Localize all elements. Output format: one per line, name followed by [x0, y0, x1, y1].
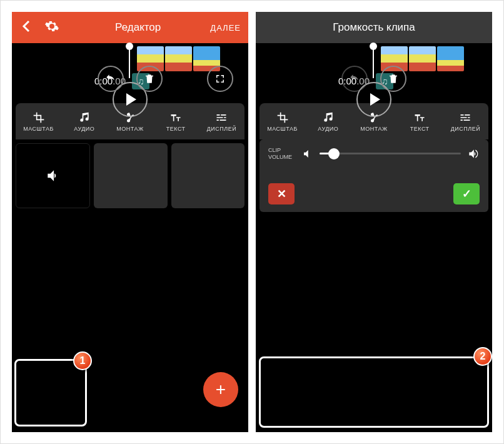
editor-screen: Редактор ДАЛЕЕ ♫ 0:00.00	[12, 12, 248, 432]
delete-button[interactable]	[380, 66, 406, 92]
volume-panel: CLIP VOLUME ✕ ✓	[260, 139, 488, 212]
fullscreen-button[interactable]	[207, 66, 233, 92]
callout-2	[259, 356, 489, 428]
header-bar: Громкость клипа	[256, 12, 492, 43]
add-button[interactable]: +	[203, 372, 238, 407]
volume-card[interactable]	[16, 143, 90, 208]
tab-label: МАСШТАБ	[267, 126, 298, 132]
volume-actions: ✕ ✓	[268, 183, 480, 204]
tab-label: МОНТАЖ	[360, 126, 388, 132]
speaker-high-icon	[467, 148, 480, 160]
undo-button[interactable]	[98, 66, 124, 92]
thumbnail[interactable]	[165, 46, 192, 71]
volume-slider[interactable]	[320, 153, 461, 154]
plus-icon: +	[216, 380, 226, 400]
volume-screen: Громкость клипа ♫ 0:00.00 МАСШТАБ	[256, 12, 492, 432]
volume-label: CLIP VOLUME	[268, 147, 296, 161]
volume-row: CLIP VOLUME	[268, 147, 480, 161]
next-button[interactable]: ДАЛЕЕ	[210, 23, 241, 33]
tab-display[interactable]: ДИСПЛЕЙ	[443, 103, 488, 139]
speaker-low-icon	[302, 148, 313, 159]
thumbnail[interactable]	[409, 46, 436, 71]
badge-1: 1	[73, 351, 92, 370]
settings-button[interactable]	[44, 19, 59, 37]
empty-card[interactable]	[171, 143, 244, 208]
check-icon: ✓	[462, 187, 471, 201]
delete-button[interactable]	[136, 66, 163, 92]
tab-crop[interactable]: МАСШТАБ	[16, 103, 61, 139]
tab-label: МАСШТАБ	[23, 126, 54, 132]
action-row	[98, 66, 163, 92]
tab-label: ДИСПЛЕЙ	[207, 126, 236, 132]
speaker-icon	[45, 168, 61, 184]
callout-1	[14, 359, 87, 426]
tab-audio[interactable]: АУДИО	[61, 103, 107, 139]
confirm-button[interactable]: ✓	[453, 183, 480, 204]
badge-2: 2	[473, 347, 492, 366]
tab-audio[interactable]: АУДИО	[305, 103, 351, 139]
tab-display[interactable]: ДИСПЛЕЙ	[199, 103, 244, 139]
cancel-button[interactable]: ✕	[268, 183, 295, 204]
action-row	[341, 66, 406, 92]
slider-knob[interactable]	[328, 148, 340, 159]
header-title: Громкость клипа	[333, 21, 415, 34]
empty-card[interactable]	[94, 143, 167, 208]
bottom-cards: +	[12, 139, 248, 212]
tab-label: ДИСПЛЕЙ	[451, 126, 480, 132]
close-icon: ✕	[277, 187, 286, 201]
tab-label: ТЕКСТ	[410, 126, 430, 132]
tab-label: МОНТАЖ	[116, 126, 144, 132]
tab-text[interactable]: ТЕКСТ	[153, 103, 199, 139]
thumbnail[interactable]	[437, 46, 464, 71]
back-button[interactable]	[19, 19, 34, 37]
tab-label: ТЕКСТ	[166, 126, 186, 132]
undo-button[interactable]	[341, 66, 368, 92]
tab-text[interactable]: ТЕКСТ	[397, 103, 443, 139]
tab-crop[interactable]: МАСШТАБ	[260, 103, 305, 139]
tab-label: АУДИО	[318, 126, 338, 132]
header-title: Редактор	[66, 21, 210, 34]
header-bar: Редактор ДАЛЕЕ	[12, 12, 248, 43]
tab-label: АУДИО	[74, 126, 94, 132]
